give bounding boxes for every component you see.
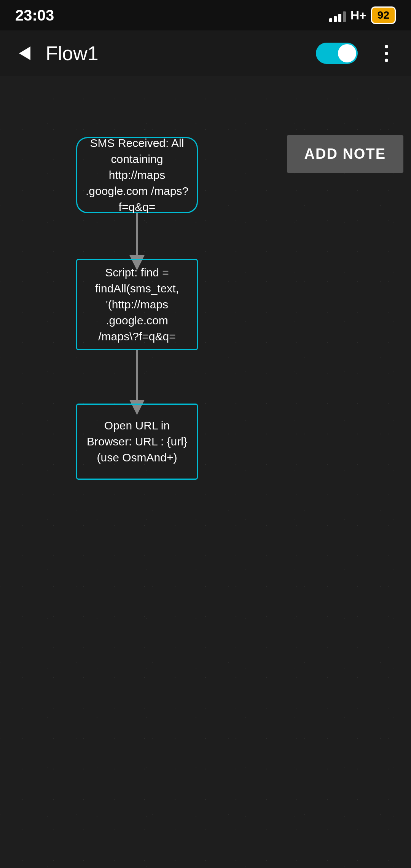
flow-connectors — [0, 76, 411, 868]
more-dot-1 — [385, 45, 388, 48]
app-bar: Flow1 — [0, 30, 411, 76]
signal-bar-2 — [334, 16, 337, 22]
script-action-node[interactable]: Script: find = findAll(sms_text, '(http:… — [76, 259, 198, 350]
flow-canvas: SMS Received: All containing http://maps… — [0, 76, 411, 868]
status-time: 23:03 — [15, 7, 54, 24]
url-action-node[interactable]: Open URL in Browser: URL : {url} (use Os… — [76, 404, 198, 480]
signal-bars-icon — [329, 8, 346, 22]
url-node-text: Open URL in Browser: URL : {url} (use Os… — [85, 418, 189, 466]
network-type: H+ — [350, 8, 366, 22]
back-arrow-icon — [19, 46, 30, 60]
signal-bar-3 — [338, 14, 341, 22]
page-title: Flow1 — [46, 42, 308, 65]
more-options-button[interactable] — [373, 40, 400, 67]
status-bar: 23:03 H+ 92 — [0, 0, 411, 30]
more-dot-2 — [385, 52, 388, 55]
flow-toggle[interactable] — [316, 43, 358, 64]
signal-bar-1 — [329, 18, 332, 22]
sms-trigger-node[interactable]: SMS Received: All containing http://maps… — [76, 137, 198, 213]
signal-bar-4 — [343, 11, 346, 22]
status-icons: H+ 92 — [329, 6, 396, 24]
back-button[interactable] — [11, 40, 38, 67]
add-note-button[interactable]: ADD NOTE — [287, 135, 403, 173]
toggle-knob — [338, 44, 356, 62]
more-dot-3 — [385, 59, 388, 62]
sms-node-text: SMS Received: All containing http://maps… — [85, 135, 189, 215]
battery-indicator: 92 — [371, 6, 396, 24]
script-node-text: Script: find = findAll(sms_text, '(http:… — [85, 265, 189, 345]
